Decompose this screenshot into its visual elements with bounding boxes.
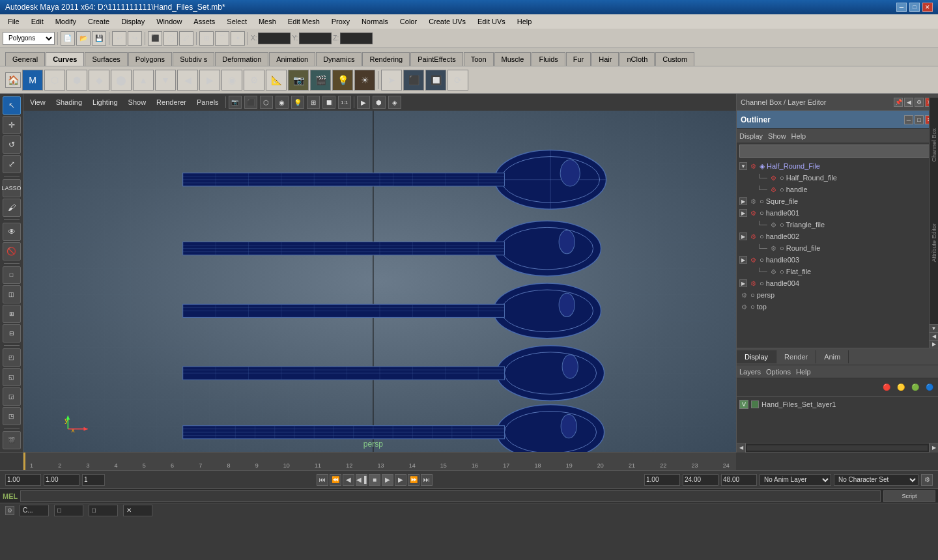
tree-item-handle003[interactable]: ▶ ⚙ ○ handle003 — [737, 254, 929, 266]
menu-select[interactable]: Select — [221, 16, 252, 27]
shelf-cursor-icon[interactable]: ➤ — [381, 70, 402, 91]
menu-file[interactable]: File — [3, 16, 25, 27]
menu-help[interactable]: Help — [512, 16, 537, 27]
vp-res-icon[interactable]: 1:1 — [338, 96, 351, 109]
menu-color[interactable]: Color — [395, 16, 422, 27]
layer-visibility-btn[interactable]: V — [739, 400, 748, 409]
tree-expand-half-round[interactable]: ▼ — [739, 162, 747, 170]
menu-mesh[interactable]: Mesh — [253, 16, 281, 27]
tree-item-handle002[interactable]: ▶ ⚙ ○ handle002 — [737, 231, 929, 242]
shelf-icon-9[interactable]: ▶ — [199, 70, 220, 91]
shelf-tab-subdivs[interactable]: Subdiv s — [173, 52, 214, 66]
max-frame-input[interactable]: 48.00 — [721, 474, 757, 486]
tree-expand-squre[interactable]: ▶ — [739, 197, 747, 205]
shelf-icon-3[interactable]: ⬢ — [66, 70, 87, 91]
vp-render-sel-icon[interactable]: ▶ — [357, 96, 370, 109]
vp-menu-renderer[interactable]: Renderer — [152, 97, 190, 107]
shelf-tab-hair[interactable]: Hair — [591, 52, 619, 66]
layer-icon-4[interactable]: 🔵 — [924, 382, 935, 393]
layer-menu-layers[interactable]: Layers — [739, 368, 761, 376]
shelf-tab-curves[interactable]: Curves — [46, 52, 84, 66]
shelf-icon-7[interactable]: ▼ — [155, 70, 176, 91]
out-menu-display[interactable]: Display — [739, 132, 763, 140]
shelf-icon-1[interactable]: M — [22, 70, 43, 91]
layer-tab-display[interactable]: Display — [737, 350, 776, 363]
shelf-tab-surfaces[interactable]: Surfaces — [85, 52, 127, 66]
move-tool-btn[interactable]: ✛ — [3, 116, 21, 134]
minimize-button[interactable]: ─ — [896, 3, 907, 12]
layer-icon-3[interactable]: 🟢 — [909, 382, 921, 393]
toolbar-undo[interactable]: ↩ — [112, 31, 126, 46]
toolbar-paint[interactable]: 🖊 — [179, 31, 193, 46]
menu-assets[interactable]: Assets — [188, 16, 220, 27]
shelf-tab-animation[interactable]: Animation — [269, 52, 315, 66]
x-input[interactable] — [258, 33, 291, 44]
transport-stop-btn[interactable]: ■ — [369, 474, 380, 486]
vp-grid-icon[interactable]: ⊞ — [307, 96, 320, 109]
shelf-icon-5[interactable]: ⬤ — [111, 70, 132, 91]
rotate-tool-btn[interactable]: ↺ — [3, 135, 21, 154]
hide-btn[interactable]: 🚫 — [3, 242, 21, 260]
channel-box-pin-btn[interactable]: 📌 — [894, 98, 903, 107]
layer-btn-3[interactable]: ◲ — [3, 387, 21, 406]
layer-menu-options[interactable]: Options — [766, 368, 791, 376]
shelf-icon-8[interactable]: ◀ — [177, 70, 198, 91]
transport-play-fwd-btn[interactable]: ▶ — [382, 474, 393, 486]
timeline[interactable]: 1 2 3 4 5 6 7 8 9 10 11 12 13 14 15 16 1… — [23, 453, 736, 470]
paint-tool-btn[interactable]: 🖌 — [3, 199, 21, 217]
shelf-icon-3d-3[interactable]: ⟳ — [448, 70, 468, 91]
poly-btn-4[interactable]: ⊟ — [3, 324, 21, 343]
transport-go-end-btn[interactable]: ⏭ — [421, 474, 433, 486]
menu-edit-mesh[interactable]: Edit Mesh — [283, 16, 325, 27]
toolbar-lasso[interactable]: ◯ — [163, 31, 178, 46]
tree-item-half-round-file[interactable]: ▼ ⚙ ◈ Half_Round_File — [737, 160, 929, 172]
vp-camera-icon[interactable]: 📷 — [229, 96, 242, 109]
layer-btn-1[interactable]: ◰ — [3, 348, 21, 367]
tree-item-persp[interactable]: ⚙ ○ persp — [737, 289, 929, 301]
menu-normals[interactable]: Normals — [356, 16, 393, 27]
toolbar-open[interactable]: 📂 — [76, 31, 91, 46]
select-tool-btn[interactable]: ↖ — [3, 96, 21, 115]
poly-btn-2[interactable]: ◫ — [3, 285, 21, 303]
toolbar-save[interactable]: 💾 — [92, 31, 106, 46]
mode-dropdown[interactable]: Polygons — [3, 32, 55, 45]
shelf-tab-polygons[interactable]: Polygons — [128, 52, 172, 66]
tree-item-handle001[interactable]: ▶ ⚙ ○ handle001 — [737, 207, 929, 219]
layer-scrollbar[interactable]: ◀ ▶ — [737, 443, 938, 452]
tree-item-flat-file[interactable]: └─ ⚙ ○ Flat_file — [737, 266, 929, 277]
layer-tab-render[interactable]: Render — [776, 350, 816, 363]
shelf-tab-deformation[interactable]: Deformation — [215, 52, 268, 66]
shelf-icon-light[interactable]: 💡 — [332, 70, 353, 91]
menu-edit-uvs[interactable]: Edit UVs — [472, 16, 511, 27]
channel-box-arrow-btn[interactable]: ◀ — [904, 98, 913, 107]
menu-edit[interactable]: Edit — [26, 16, 49, 27]
maximize-button[interactable]: □ — [909, 3, 920, 12]
toolbar-snap-point[interactable]: ✦ — [231, 31, 245, 46]
scale-tool-btn[interactable]: ⤢ — [3, 155, 21, 173]
scroll-left-btn[interactable]: ◀ — [930, 332, 938, 340]
shelf-tab-muscle[interactable]: Muscle — [494, 52, 532, 66]
character-set-dropdown[interactable]: No Character Set — [834, 474, 918, 486]
toolbar-new[interactable]: 📄 — [61, 31, 75, 46]
shelf-icon-3d-1[interactable]: ⬛ — [403, 70, 424, 91]
menu-display[interactable]: Display — [116, 16, 150, 27]
vp-menu-lighting[interactable]: Lighting — [89, 97, 122, 107]
transport-prev-frame-btn[interactable]: ◀ — [343, 474, 354, 486]
vp-wire-icon[interactable]: ⬡ — [260, 96, 273, 109]
vp-hud-icon[interactable]: 🔲 — [322, 96, 335, 109]
layer-tab-anim[interactable]: Anim — [816, 350, 849, 363]
outliner-max-btn[interactable]: □ — [915, 115, 924, 124]
show-all-btn[interactable]: 👁 — [3, 223, 21, 241]
layer-color-swatch[interactable] — [751, 400, 759, 408]
shelf-tab-general[interactable]: General — [5, 52, 45, 66]
tree-item-handle[interactable]: └─ ⚙ ○ handle — [737, 184, 929, 195]
scroll-right-btn[interactable]: ▶ — [930, 340, 938, 348]
vp-snap-icon[interactable]: ⬢ — [373, 96, 386, 109]
render-btn[interactable]: 🎬 — [3, 431, 21, 449]
shelf-icon-2[interactable]: ⬡ — [44, 70, 65, 91]
outliner-search[interactable] — [739, 145, 935, 158]
poly-btn-3[interactable]: ⊞ — [3, 305, 21, 323]
toolbar-snap-grid[interactable]: ⊞ — [199, 31, 214, 46]
viewport[interactable]: View Shading Lighting Show Renderer Pane… — [23, 94, 736, 452]
toolbar-select[interactable]: ⬛ — [148, 31, 162, 46]
